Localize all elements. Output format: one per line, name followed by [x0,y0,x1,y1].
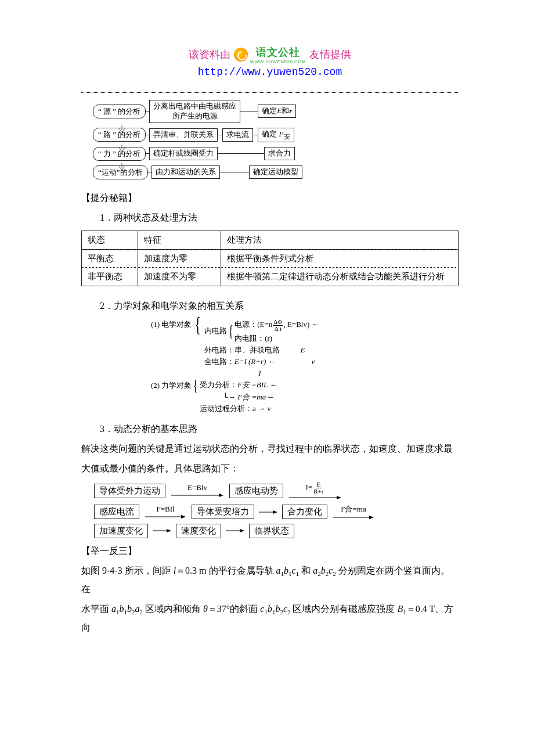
arrow-right-icon [226,528,244,534]
svg-marker-3 [337,496,341,499]
arrow-right-icon: F合=ma [333,504,374,520]
site-logo: 语文公社 WWW.YUWEN520.COM [234,46,306,63]
subsection-3: 3．动态分析的基本思路 [81,420,459,438]
box-net-force-change: 合力变化 [282,505,327,519]
rect-find-current: 求电流 [222,128,253,142]
para-dynamic-1: 解决这类问题的关键是通过运动状态的分析，寻找过程中的临界状态，如速度、加速度求最 [81,440,459,458]
table-cell: 根据平衡条件列式分析 [221,249,459,268]
arrow-right-icon [153,528,171,534]
svg-marker-11 [167,529,171,532]
section-secrets-title: 【提分秘籍】 [81,189,459,207]
label-external-circuit: 外电路：串、并联电路 E [204,345,319,355]
box-velocity-change: 速度变化 [176,524,221,538]
box-emf: 感应电动势 [229,484,283,498]
resource-suffix: 友情提供 [309,48,351,62]
eq-net-force: └→ F合 =ma ─ [200,392,277,402]
table-cell: 根据牛顿第二定律进行动态分析或结合功能关系进行分析 [221,268,459,286]
table-cell: 平衡态 [82,249,138,268]
box-ampere-force: 导体受安培力 [192,505,254,519]
rect-net-force: 求合力 [264,147,295,160]
arrow-right-icon: E=Blv [171,483,223,498]
subsection-1: 1．两种状态及处理方法 [81,208,459,227]
svg-marker-5 [181,515,186,519]
arrow-right-icon: F=BIl [145,505,186,520]
eq-source-emf: 电源：(E=nΔΦΔ t, E=Blv) ← [234,319,319,332]
logo-sub-text: WWW.YUWEN520.COM [250,59,306,64]
table-header: 状态 [82,231,138,249]
divider-line [81,92,459,93]
svg-marker-13 [240,529,244,532]
label-electrical-object: (1) 电学对象 [151,319,192,330]
box-external-force: 导体受外力运动 [94,484,165,498]
label-mechanics-object: (2) 力学对象 [151,380,192,391]
side-label-I: I [258,369,261,377]
eq-full-circuit: 全电路：E=I (R+r) ← v [204,357,319,367]
logo-main-text: 语文公社 [256,46,300,58]
table-cell: 加速度不为零 [138,268,221,286]
rect-determine-f: 确定 F安 [258,128,294,142]
eq-force-analysis: 受力分析：F安 =BIL ← [200,380,277,390]
section-examples-title: 【举一反三】 [81,542,459,560]
table-cell: 非平衡态 [82,268,138,286]
table-header: 特征 [138,231,221,249]
arrow-right-icon: I=ER+r [289,481,341,501]
svg-marker-9 [369,516,374,519]
box-accel-change: 加速度变化 [94,524,148,538]
para-dynamic-2: 大值或最小值的条件。具体思路如下： [81,459,459,478]
dynamic-flow-diagram: 导体受外力运动 E=Blv 感应电动势 I=ER+r 感应电流 F=BIl 导体… [94,481,459,538]
example-paragraph-2: 水平面 a1b1b2a2 区域内和倾角 θ＝37°的斜面 c1b1b2c2 区域… [81,600,459,637]
box-critical-state: 临界状态 [249,524,294,538]
pill-source: “ 源 ” 的分析 [93,105,146,118]
rect-motion-model: 确定运动模型 [249,165,302,179]
swirl-icon [234,48,248,62]
analysis-flow-diagram: “ 源 ” 的分析 分离出电路中由电磁感应 所产生的电源 确定E和r “ 路 ”… [93,100,459,179]
resource-prefix: 该资料由 [189,48,230,62]
box-induced-current: 感应电流 [94,505,139,519]
table-header: 处理方法 [221,231,459,249]
svg-marker-7 [273,510,277,514]
arrow-right-icon [259,509,277,515]
bracket-relations-diagram: (1) 电学对象 { 内电路 { 电源：(E=nΔΦΔ t, E=Blv) ← … [151,319,459,414]
rect-force-motion-relation: 由力和运动的关系 [151,165,220,179]
label-internal-res: 内电阻：(r) [234,333,319,344]
rect-force-analysis: 确定杆或线圈受力 [149,147,218,160]
rect-determine-er: 确定E和r [258,105,296,118]
svg-marker-1 [219,494,223,497]
source-url: http://www.yuwen520.com [81,66,459,78]
states-table: 状态 特征 处理方法 平衡态 加速度为零 根据平衡条件列式分析 非平衡态 加速度… [81,231,459,286]
table-cell: 加速度为零 [138,249,221,268]
rect-series-parallel: 弄清串、并联关系 [149,128,218,142]
subsection-2: 2．力学对象和电学对象的相互关系 [81,297,459,315]
document-header: 该资料由 语文公社 WWW.YUWEN520.COM 友情提供 http://w… [81,46,459,78]
example-paragraph-1: 如图 9-4-3 所示，间距 l＝0.3 m 的平行金属导轨 a1b1c1 和 … [81,561,459,599]
label-motion-process: 运动过程分析：a → v [200,404,277,414]
label-internal-circuit: 内电路 [204,326,227,336]
rect-source-desc: 分离出电路中由电磁感应 所产生的电源 [149,100,240,123]
side-label-v: v [311,357,315,366]
side-label-E: E [300,345,305,354]
